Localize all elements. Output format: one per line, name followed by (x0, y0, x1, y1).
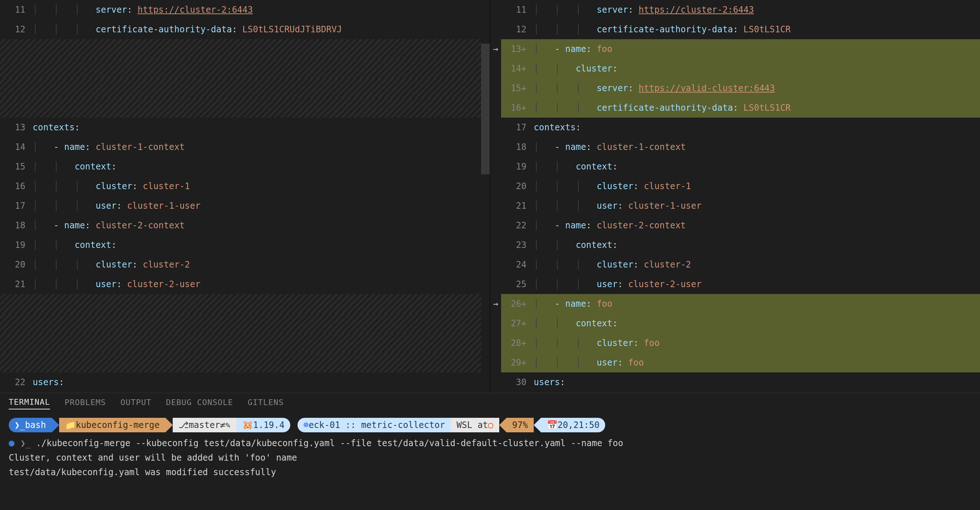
code-line[interactable]: 22│ - name: cluster-2-context (490, 216, 980, 235)
diff-arrow-icon (490, 255, 501, 274)
code-line[interactable]: 30users: (490, 373, 980, 392)
line-number (0, 353, 33, 373)
terminal-output: Cluster, context and user will be added … (9, 451, 971, 465)
line-number: 27+ (501, 314, 534, 333)
line-number: 20 (501, 177, 534, 196)
code-line[interactable]: 17contexts: (490, 118, 980, 137)
panel-tab-terminal[interactable]: TERMINAL (9, 397, 50, 410)
diff-arrow-icon (490, 177, 501, 196)
code-line[interactable]: 18│ - name: cluster-2-context (0, 216, 490, 235)
terminal-output: test/data/kubeconfig.yaml was modified s… (9, 465, 971, 480)
diff-arrow-icon (490, 0, 501, 20)
code-line[interactable]: 17│ │ │ user: cluster-1-user (0, 196, 490, 216)
code-line[interactable]: 15│ │ context: (0, 157, 490, 177)
code-line[interactable]: 19│ │ context: (490, 157, 980, 177)
code-content: │ │ │ cluster: cluster-2 (33, 255, 490, 274)
diff-editor: 11│ │ │ server: https://cluster-2:644312… (0, 0, 980, 393)
panel-tab-gitlens[interactable]: GITLENS (248, 398, 284, 409)
code-content: │ │ │ certificate-authority-data: LS0tLS… (534, 20, 980, 39)
line-number: 19 (501, 157, 534, 177)
code-content: │ │ │ user: cluster-2-user (534, 274, 980, 294)
code-line[interactable]: 21│ │ │ user: cluster-1-user (490, 196, 980, 216)
line-number: 18 (501, 137, 534, 157)
code-content: │ │ │ server: https://cluster-2:6443 (33, 0, 490, 20)
code-line[interactable]: 24│ │ │ cluster: cluster-2 (490, 255, 980, 274)
code-line[interactable]: 13contexts: (0, 118, 490, 137)
code-line[interactable]: 14+│ │ cluster: (490, 59, 980, 78)
terminal-command: ./kubeconfig-merge --kubeconfig test/dat… (36, 438, 623, 448)
edit-icon: ✎ (225, 420, 231, 430)
diff-arrow-icon (490, 216, 501, 235)
diff-arrow-icon: → (490, 39, 501, 59)
code-content: │ │ │ user: cluster-1-user (534, 196, 980, 216)
code-line[interactable]: 15+│ │ │ server: https://valid-cluster:6… (490, 78, 980, 98)
code-line[interactable]: 12│ │ │ certificate-authority-data: LS0t… (0, 20, 490, 39)
line-number: 21 (0, 274, 33, 294)
code-content: │ │ │ user: cluster-1-user (33, 196, 490, 216)
panel-tab-problems[interactable]: PROBLEMS (65, 398, 106, 409)
diff-arrow-icon (490, 314, 501, 333)
code-line[interactable] (0, 78, 490, 98)
code-line[interactable]: 20│ │ │ cluster: cluster-1 (490, 177, 980, 196)
code-line[interactable]: 18│ - name: cluster-1-context (490, 137, 980, 157)
code-line[interactable] (0, 59, 490, 78)
code-content: │ - name: cluster-2-context (534, 216, 980, 235)
code-line[interactable]: 22users: (0, 373, 490, 392)
code-line[interactable]: 29+│ │ │ user: foo (490, 353, 980, 373)
code-line[interactable]: 16│ │ │ cluster: cluster-1 (0, 177, 490, 196)
code-content: │ │ │ server: https://cluster-2:6443 (534, 0, 980, 20)
line-number: 11 (0, 0, 33, 20)
code-line[interactable]: →13+│ - name: foo (490, 39, 980, 59)
code-line[interactable]: 19│ │ context: (0, 235, 490, 255)
code-line[interactable]: 20│ │ │ cluster: cluster-2 (0, 255, 490, 274)
code-content (33, 98, 490, 118)
code-line[interactable] (0, 353, 490, 373)
diff-right-pane[interactable]: 11│ │ │ server: https://cluster-2:644312… (490, 0, 980, 393)
seg-wsl: WSL at ◯ (451, 418, 499, 432)
code-line[interactable]: 25│ │ │ user: cluster-2-user (490, 274, 980, 294)
code-line[interactable]: 23│ │ context: (490, 235, 980, 255)
diff-arrow-icon (490, 353, 501, 373)
line-number (0, 78, 33, 98)
seg-dir: 📁kubeconfig-merge (59, 418, 165, 432)
diff-arrow-icon: → (490, 294, 501, 314)
code-line[interactable]: 21│ │ │ user: cluster-2-user (0, 274, 490, 294)
code-line[interactable]: 28+│ │ │ cluster: foo (490, 333, 980, 353)
terminal-body[interactable]: ❯_ bash 📁kubeconfig-merge ⎇ master ≠ ✎ 🐹… (0, 413, 980, 480)
code-line[interactable] (0, 314, 490, 333)
code-content: users: (534, 373, 980, 392)
code-content: │ │ │ certificate-authority-data: LS0tLS… (33, 20, 490, 39)
code-line[interactable] (0, 39, 490, 59)
code-content: │ │ │ user: foo (534, 353, 980, 373)
code-content: │ - name: foo (534, 39, 980, 59)
code-line[interactable] (0, 294, 490, 314)
line-number: 25 (501, 274, 534, 294)
code-content: │ │ context: (534, 314, 980, 333)
code-line[interactable]: 12│ │ │ certificate-authority-data: LS0t… (490, 20, 980, 39)
code-content (33, 333, 490, 353)
code-line[interactable]: 14│ - name: cluster-1-context (0, 137, 490, 157)
code-line[interactable]: 11│ │ │ server: https://cluster-2:6443 (490, 0, 980, 20)
line-number: 29+ (501, 353, 534, 373)
diff-arrow-icon (490, 118, 501, 137)
code-content: │ - name: cluster-1-context (534, 137, 980, 157)
diff-arrow-icon (490, 333, 501, 353)
line-number: 16+ (501, 98, 534, 118)
line-number: 14+ (501, 59, 534, 78)
code-line[interactable]: 11│ │ │ server: https://cluster-2:6443 (0, 0, 490, 20)
minimap[interactable] (481, 0, 490, 393)
panel-tab-output[interactable]: OUTPUT (121, 398, 151, 409)
code-line[interactable]: 27+│ │ context: (490, 314, 980, 333)
panel-tabs: TERMINALPROBLEMSOUTPUTDEBUG CONSOLEGITLE… (0, 393, 980, 413)
line-number: 21 (501, 196, 534, 216)
panel-tab-debug-console[interactable]: DEBUG CONSOLE (166, 398, 233, 409)
code-content: │ │ context: (33, 157, 490, 177)
code-line[interactable]: 16+│ │ │ certificate-authority-data: LS0… (490, 98, 980, 118)
code-line[interactable] (0, 333, 490, 353)
code-content (33, 314, 490, 333)
diff-arrow-icon (490, 235, 501, 255)
code-line[interactable]: →26+│ - name: foo (490, 294, 980, 314)
code-line[interactable] (0, 98, 490, 118)
diff-left-pane[interactable]: 11│ │ │ server: https://cluster-2:644312… (0, 0, 490, 393)
minimap-thumb[interactable] (481, 43, 490, 174)
